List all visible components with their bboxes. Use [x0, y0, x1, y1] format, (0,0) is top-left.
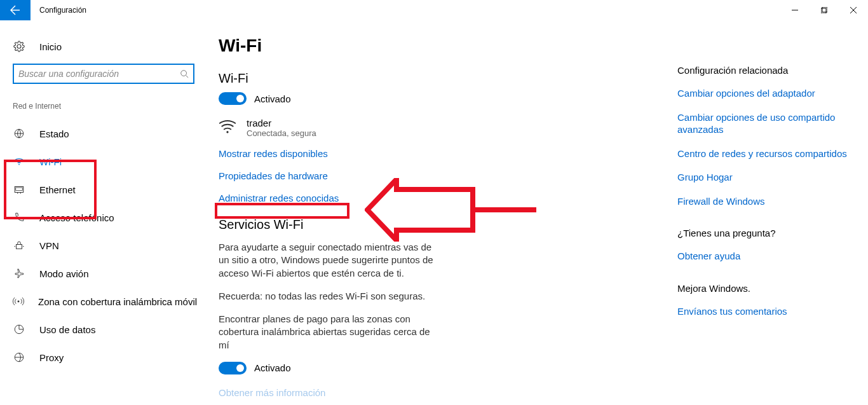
hotspot-suggest-toggle[interactable]: [219, 362, 247, 374]
related-link[interactable]: Firewall de Windows: [677, 195, 849, 208]
sidebar-item-label: Proxy: [39, 352, 64, 363]
related-link[interactable]: Cambiar opciones de uso compartido avanz…: [677, 111, 849, 136]
section-label: Red e Internet: [13, 102, 191, 111]
sidebar-item-proxy[interactable]: Proxy: [13, 343, 191, 371]
related-heading: Configuración relacionada: [677, 65, 849, 76]
window-title: Configuración: [39, 6, 86, 15]
sidebar-item-dialup[interactable]: Acceso telefónico: [13, 203, 191, 231]
svg-rect-7: [17, 245, 22, 249]
sidebar-item-datausage[interactable]: Uso de datos: [13, 315, 191, 343]
wifi-toggle-label: Activado: [254, 93, 291, 104]
back-button[interactable]: [0, 0, 31, 20]
sidebar-item-label: VPN: [39, 240, 59, 251]
sidebar-item-label: Wi-Fi: [39, 156, 62, 167]
sidebar: Inicio Red e Internet Estado Wi-Fi Ether…: [0, 20, 203, 405]
page-title: Wi-Fi: [219, 36, 438, 56]
wifi-signal-icon: [219, 119, 236, 134]
svg-rect-0: [821, 8, 826, 13]
ethernet-icon: [13, 184, 25, 195]
maximize-button[interactable]: [810, 0, 839, 20]
home-label: Inicio: [39, 41, 62, 52]
svg-point-4: [18, 164, 20, 165]
close-button[interactable]: [839, 0, 868, 20]
help-link[interactable]: Obtener ayuda: [677, 250, 849, 263]
network-status: Conectada, segura: [247, 128, 316, 138]
vpn-icon: [13, 240, 25, 251]
manage-known-networks-link[interactable]: Administrar redes conocidas: [219, 193, 438, 203]
services-body-2: Recuerda: no todas las redes Wi-Fi son s…: [219, 290, 438, 303]
network-name: trader: [247, 118, 316, 128]
svg-rect-6: [16, 188, 23, 191]
search-icon: [180, 69, 189, 78]
wifi-subheading: Wi-Fi: [219, 71, 438, 86]
sidebar-item-vpn[interactable]: VPN: [13, 231, 191, 259]
svg-point-9: [23, 246, 24, 247]
titlebar: Configuración: [0, 0, 868, 20]
related-link[interactable]: Grupo Hogar: [677, 171, 849, 184]
sidebar-item-label: Ethernet: [39, 184, 76, 195]
sidebar-item-airplane[interactable]: Modo avión: [13, 259, 191, 287]
status-icon: [13, 128, 25, 139]
services-body-1: Para ayudarte a seguir conectado mientra…: [219, 241, 438, 280]
wifi-services-heading: Servicios Wi-Fi: [219, 217, 438, 232]
sidebar-item-label: Uso de datos: [39, 324, 95, 335]
wifi-toggle[interactable]: [219, 92, 247, 105]
proxy-icon: [13, 352, 25, 363]
main-content: Wi-Fi Wi-Fi Activado trader Conectada, s…: [203, 20, 458, 405]
sidebar-item-label: Zona con cobertura inalámbrica móvil: [38, 296, 197, 307]
show-networks-link[interactable]: Mostrar redes disponibles: [219, 148, 438, 159]
sidebar-item-wifi[interactable]: Wi-Fi: [13, 148, 191, 175]
svg-rect-1: [822, 7, 827, 12]
phone-icon: [13, 212, 25, 223]
hotspot-toggle-label: Activado: [254, 362, 291, 373]
home-button[interactable]: Inicio: [13, 41, 191, 52]
search-box[interactable]: [13, 64, 194, 84]
hardware-properties-link[interactable]: Propiedades de hardware: [219, 170, 438, 181]
related-link[interactable]: Centro de redes y recursos compartidos: [677, 148, 849, 160]
right-panel: Configuración relacionada Cambiar opcion…: [677, 20, 868, 405]
more-info-link[interactable]: Obtener más información: [219, 387, 438, 398]
wifi-icon: [13, 156, 25, 167]
sidebar-item-estado[interactable]: Estado: [13, 120, 191, 148]
sidebar-item-hotspot[interactable]: Zona con cobertura inalámbrica móvil: [13, 287, 191, 315]
data-usage-icon: [13, 324, 25, 335]
sidebar-item-ethernet[interactable]: Ethernet: [13, 175, 191, 203]
airplane-icon: [13, 268, 25, 279]
svg-point-8: [15, 246, 16, 247]
sidebar-item-label: Modo avión: [39, 268, 89, 279]
sidebar-item-label: Estado: [39, 128, 69, 139]
current-network[interactable]: trader Conectada, segura: [219, 118, 438, 138]
gear-icon: [13, 41, 25, 52]
arrow-left-icon: [10, 5, 20, 15]
search-input[interactable]: [18, 69, 180, 79]
hotspot-icon: [13, 296, 24, 307]
svg-point-2: [181, 71, 187, 76]
sidebar-item-label: Acceso telefónico: [39, 212, 114, 223]
minimize-button[interactable]: [780, 0, 810, 20]
question-heading: ¿Tienes una pregunta?: [677, 228, 849, 238]
svg-point-13: [226, 131, 228, 133]
svg-point-10: [18, 301, 20, 303]
improve-heading: Mejora Windows.: [677, 283, 849, 294]
related-link[interactable]: Cambiar opciones del adaptador: [677, 87, 849, 100]
services-body-3: Encontrar planes de pago para las zonas …: [219, 313, 438, 352]
feedback-link[interactable]: Envíanos tus comentarios: [677, 305, 849, 318]
